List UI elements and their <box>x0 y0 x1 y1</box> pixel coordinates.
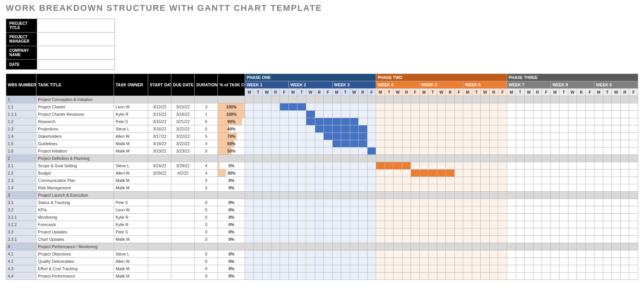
cell-owner[interactable]: Pete S <box>114 118 148 125</box>
cell-start[interactable] <box>148 273 171 280</box>
cell-dur[interactable] <box>195 96 218 103</box>
cell-due[interactable] <box>171 273 195 280</box>
cell-wbs[interactable]: 2.1 <box>6 162 36 170</box>
cell-title[interactable]: Project Performance / Monitoring <box>36 243 114 250</box>
cell-title[interactable]: Project Performance <box>36 273 114 280</box>
cell-wbs[interactable]: 3.2.1 <box>6 214 36 221</box>
cell-owner[interactable]: Malik M <box>114 184 148 192</box>
cell-title[interactable]: Project Initiation <box>36 148 114 155</box>
cell-pct[interactable]: 5% <box>218 162 245 170</box>
cell-dur[interactable]: 0 <box>195 228 218 236</box>
cell-start[interactable] <box>148 250 171 258</box>
cell-dur[interactable]: 0 <box>195 177 218 184</box>
cell-pct[interactable]: 0% <box>218 265 245 273</box>
cell-pct[interactable]: 0% <box>218 258 245 265</box>
cell-title[interactable]: Risk Management <box>36 184 114 192</box>
cell-owner[interactable]: Kylie R <box>114 111 148 118</box>
cell-owner[interactable]: Allen W <box>114 258 148 265</box>
cell-dur[interactable]: 1 <box>195 111 218 118</box>
cell-dur[interactable]: 0 <box>195 199 218 206</box>
cell-start[interactable] <box>148 214 171 221</box>
cell-title[interactable]: Effort & Cost Tracking <box>36 265 114 273</box>
cell-title[interactable]: Forecasts <box>36 221 114 228</box>
cell-due[interactable]: 3/22/22 <box>171 125 195 133</box>
cell-dur[interactable]: 0 <box>195 221 218 228</box>
cell-start[interactable] <box>148 206 171 214</box>
cell-due[interactable] <box>171 228 195 236</box>
cell-start[interactable] <box>148 221 171 228</box>
cell-dur[interactable]: 0 <box>195 258 218 265</box>
cell-pct[interactable]: 0% <box>218 228 245 236</box>
cell-dur[interactable]: 6 <box>195 118 218 125</box>
cell-title[interactable]: Research <box>36 118 114 125</box>
cell-owner[interactable] <box>114 155 148 162</box>
cell-dur[interactable]: 4 <box>195 170 218 177</box>
cell-wbs[interactable]: 1.3 <box>6 125 36 133</box>
cell-owner[interactable]: Malik M <box>114 148 148 155</box>
cell-pct[interactable]: 100% <box>218 111 245 118</box>
cell-due[interactable] <box>171 206 195 214</box>
cell-dur[interactable]: 4 <box>195 140 218 148</box>
cell-wbs[interactable]: 3.1 <box>6 199 36 206</box>
cell-wbs[interactable]: 3.3 <box>6 228 36 236</box>
cell-title[interactable]: Project Charter <box>36 103 114 111</box>
cell-start[interactable]: 3/15/22 <box>148 111 171 118</box>
cell-wbs[interactable]: 4.1 <box>6 250 36 258</box>
cell-title[interactable]: KPIs <box>36 206 114 214</box>
cell-owner[interactable]: Steve L <box>114 125 148 133</box>
cell-dur[interactable]: 0 <box>195 236 218 243</box>
cell-pct[interactable] <box>218 155 245 162</box>
cell-owner[interactable]: Malik M <box>114 265 148 273</box>
cell-wbs[interactable]: 2 <box>6 155 36 162</box>
cell-start[interactable] <box>148 184 171 192</box>
cell-owner[interactable]: Steve L <box>114 162 148 170</box>
cell-start[interactable]: 3/17/22 <box>148 133 171 140</box>
cell-owner[interactable]: Pete S <box>114 199 148 206</box>
cell-wbs[interactable]: 1.6 <box>6 148 36 155</box>
cell-wbs[interactable]: 3.3.1 <box>6 236 36 243</box>
meta-value[interactable] <box>37 33 115 46</box>
cell-start[interactable] <box>148 199 171 206</box>
meta-value[interactable] <box>37 60 115 70</box>
cell-title[interactable]: Budget <box>36 170 114 177</box>
cell-pct[interactable]: 30% <box>218 170 245 177</box>
cell-title[interactable]: Project Updates <box>36 228 114 236</box>
cell-wbs[interactable]: 2.2 <box>6 170 36 177</box>
cell-owner[interactable]: Leon W <box>114 103 148 111</box>
cell-due[interactable] <box>171 258 195 265</box>
cell-wbs[interactable]: 1 <box>6 96 36 103</box>
cell-start[interactable]: 3/29/22 <box>148 170 171 177</box>
cell-dur[interactable]: 0 <box>195 265 218 273</box>
cell-dur[interactable]: 0 <box>195 206 218 214</box>
cell-pct[interactable] <box>218 96 245 103</box>
cell-wbs[interactable]: 1.1.1 <box>6 111 36 118</box>
cell-wbs[interactable]: 4 <box>6 243 36 250</box>
cell-start[interactable] <box>148 155 171 162</box>
cell-start[interactable]: 3/18/22 <box>148 140 171 148</box>
cell-wbs[interactable]: 1.2 <box>6 118 36 125</box>
cell-dur[interactable]: 0 <box>195 184 218 192</box>
cell-owner[interactable] <box>114 96 148 103</box>
cell-pct[interactable]: 0% <box>218 206 245 214</box>
cell-dur[interactable]: 0 <box>195 148 218 155</box>
cell-start[interactable]: 3/15/22 <box>148 118 171 125</box>
cell-start[interactable] <box>148 265 171 273</box>
cell-due[interactable]: 3/22/22 <box>171 133 195 140</box>
cell-pct[interactable]: 0% <box>218 250 245 258</box>
cell-start[interactable] <box>148 96 171 103</box>
cell-title[interactable]: Project Objectives <box>36 250 114 258</box>
cell-wbs[interactable]: 3 <box>6 192 36 199</box>
cell-title[interactable]: Stakeholders <box>36 133 114 140</box>
cell-start[interactable] <box>148 258 171 265</box>
cell-title[interactable]: Guidelines <box>36 140 114 148</box>
cell-owner[interactable]: Kylie R <box>114 214 148 221</box>
cell-due[interactable] <box>171 250 195 258</box>
cell-wbs[interactable]: 3.2.2 <box>6 221 36 228</box>
cell-title[interactable]: Project Charter Revisions <box>36 111 114 118</box>
cell-dur[interactable] <box>195 155 218 162</box>
cell-wbs[interactable]: 3.2 <box>6 206 36 214</box>
cell-title[interactable]: Project Definition & Planning <box>36 155 114 162</box>
cell-start[interactable] <box>148 177 171 184</box>
cell-wbs[interactable]: 1.1 <box>6 103 36 111</box>
cell-title[interactable]: Status & Tracking <box>36 199 114 206</box>
